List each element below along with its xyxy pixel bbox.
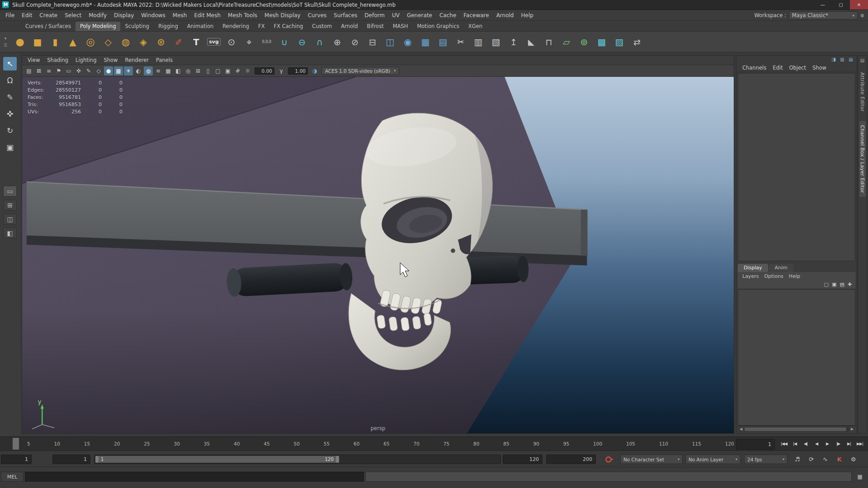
- layout-two-pane[interactable]: ◫: [3, 214, 17, 225]
- menu-item[interactable]: Mesh Display: [261, 10, 304, 21]
- bevel-icon[interactable]: ◣: [523, 33, 539, 51]
- scroll-track[interactable]: [744, 427, 849, 432]
- menu-item[interactable]: Surfaces: [330, 10, 361, 21]
- layer-list[interactable]: [738, 289, 855, 426]
- menu-item[interactable]: Deform: [361, 10, 388, 21]
- transfer-attributes-icon[interactable]: ⇄: [629, 33, 645, 51]
- motion-blur-icon[interactable]: ≋: [154, 66, 163, 75]
- time-slider[interactable]: 5101520253035404550556065707580859095100…: [0, 436, 868, 451]
- field-chart-icon[interactable]: #: [233, 66, 242, 75]
- colorspace-dropdown[interactable]: ACES 1.0 SDR-video (sRGB) ▾: [321, 67, 399, 75]
- bookmarks-icon[interactable]: ⚑: [54, 66, 63, 75]
- shelf-tab[interactable]: FX: [254, 22, 269, 31]
- channel-box-menu-item[interactable]: Object: [786, 65, 809, 71]
- sculpt-tool-icon[interactable]: ✐: [170, 33, 187, 51]
- separate-icon[interactable]: ⊘: [347, 33, 363, 51]
- shaded-icon[interactable]: ●: [104, 66, 113, 75]
- extrude-icon[interactable]: ↥: [505, 33, 522, 51]
- shelf-edit-icon[interactable]: ☰: [4, 43, 7, 47]
- time-slider-playhead[interactable]: [13, 438, 19, 450]
- poly-disc-icon[interactable]: ◍: [118, 33, 134, 51]
- menu-item[interactable]: Mesh Tools: [224, 10, 261, 21]
- extract-icon[interactable]: ⊟: [364, 33, 381, 51]
- poly-sphere-icon[interactable]: ●: [12, 33, 28, 51]
- workspace-gear-icon[interactable]: ⊛: [860, 13, 864, 19]
- viewport-menu-item[interactable]: Show: [100, 57, 122, 63]
- scale-tool[interactable]: ▣: [3, 141, 17, 154]
- menu-item[interactable]: File: [2, 10, 18, 21]
- menu-item[interactable]: Cache: [436, 10, 460, 21]
- xray-icon[interactable]: ◧: [174, 66, 183, 75]
- range-start-handle[interactable]: [95, 456, 99, 463]
- smooth-icon[interactable]: ◉: [400, 33, 416, 51]
- set-key-icon[interactable]: [605, 455, 613, 464]
- scroll-right-icon[interactable]: ▶: [849, 427, 855, 431]
- range-end-handle[interactable]: [336, 456, 339, 463]
- gate-mask-icon[interactable]: ▣: [223, 66, 232, 75]
- subdivide-icon[interactable]: ▦: [417, 33, 434, 51]
- reduce-icon[interactable]: ▤: [435, 33, 451, 51]
- add-layer-icon[interactable]: ✚: [848, 282, 852, 287]
- menu-item[interactable]: Mesh: [169, 10, 191, 21]
- isolate-select-icon[interactable]: ◎: [184, 66, 193, 75]
- grease-pencil-icon[interactable]: ✎: [84, 66, 93, 75]
- layer-scrollbar[interactable]: ◀ ▶: [738, 426, 855, 432]
- type-tool-icon[interactable]: T: [188, 33, 204, 51]
- range-slider[interactable]: 1 120: [94, 455, 501, 464]
- image-plane-icon[interactable]: ▭: [64, 66, 73, 75]
- wireframe-icon[interactable]: ◇: [94, 66, 103, 75]
- quad-draw-icon[interactable]: ▱: [558, 33, 575, 51]
- combine-icon[interactable]: ⊕: [329, 33, 345, 51]
- animation-start-field[interactable]: 1: [1, 455, 32, 464]
- menu-item[interactable]: Edit: [18, 10, 36, 21]
- step-back-key-button[interactable]: ◀|: [800, 438, 811, 450]
- channel-box-menu-item[interactable]: Channels: [739, 65, 769, 71]
- workspace-dropdown[interactable]: Maya Classic* ▾: [789, 11, 858, 19]
- character-set-dropdown[interactable]: No Character Set ▾: [620, 455, 683, 464]
- scroll-left-icon[interactable]: ◀: [738, 427, 744, 431]
- shelf-tab[interactable]: Sculpting: [120, 22, 154, 31]
- graph-editor-icon[interactable]: ∿: [819, 454, 831, 465]
- poly-gear-icon[interactable]: ⊛: [153, 33, 169, 51]
- minimize-button[interactable]: —: [814, 0, 832, 9]
- poly-cylinder-icon[interactable]: ▮: [47, 33, 63, 51]
- lock-camera-icon[interactable]: ⊠: [34, 66, 43, 75]
- colorspace-icon[interactable]: ◑: [310, 66, 319, 75]
- offset-edge-loop-icon[interactable]: ▧: [488, 33, 504, 51]
- target-weld-icon[interactable]: ⊚: [576, 33, 592, 51]
- shelf-tab[interactable]: Bifrost: [363, 22, 388, 31]
- poly-cone-icon[interactable]: ▲: [65, 33, 81, 51]
- shelf-tab[interactable]: Animation: [183, 22, 218, 31]
- playback-sound-icon[interactable]: ♬: [791, 454, 803, 465]
- layer-editor-menu-item[interactable]: Layers: [740, 273, 761, 279]
- viewport-canvas[interactable]: y Verts: 28549971 0 0 Edges: 28550127 0: [22, 77, 734, 433]
- playback-start-field[interactable]: 1: [52, 455, 90, 464]
- shelf-tab[interactable]: Curves / Surfaces: [21, 22, 75, 31]
- shelf-tab[interactable]: MASH: [388, 22, 413, 31]
- layout-single-pane[interactable]: ▭: [3, 186, 17, 197]
- expand-sidebar-icon[interactable]: ▤: [848, 56, 854, 62]
- svg-tool-icon[interactable]: svg: [206, 33, 222, 51]
- shelf-tab[interactable]: Rendering: [218, 22, 254, 31]
- viewport-menu-item[interactable]: Panels: [152, 57, 176, 63]
- shelf-tab[interactable]: Custom: [307, 22, 336, 31]
- menu-item[interactable]: Curves: [304, 10, 330, 21]
- mirror-icon[interactable]: ◫: [382, 33, 398, 51]
- viewport-menu-item[interactable]: Lighting: [72, 57, 100, 63]
- command-mode-button[interactable]: MEL: [1, 472, 24, 482]
- zero-pivot-icon[interactable]: 0,0,0: [259, 33, 275, 51]
- pan-zoom-icon[interactable]: ✜: [74, 66, 83, 75]
- layer-list-icon[interactable]: ▤: [840, 282, 844, 287]
- rotate-tool[interactable]: ↻: [3, 124, 17, 137]
- shadows-icon[interactable]: ◐: [134, 66, 143, 75]
- sidebar-tab[interactable]: Attribute Editor: [859, 68, 866, 116]
- play-forwards-button[interactable]: ▶: [822, 438, 833, 450]
- grid-icon[interactable]: ⊞: [193, 66, 203, 75]
- playback-end-field[interactable]: 120: [503, 455, 542, 464]
- boolean-union-icon[interactable]: ∪: [276, 33, 292, 51]
- new-layer-from-selected-icon[interactable]: ▣: [832, 282, 836, 287]
- maximize-button[interactable]: ▢: [832, 0, 850, 9]
- snap-target-icon[interactable]: ⌖: [241, 33, 257, 51]
- exposure-icon[interactable]: ☼: [243, 66, 252, 75]
- film-gate-icon[interactable]: ▯: [203, 66, 212, 75]
